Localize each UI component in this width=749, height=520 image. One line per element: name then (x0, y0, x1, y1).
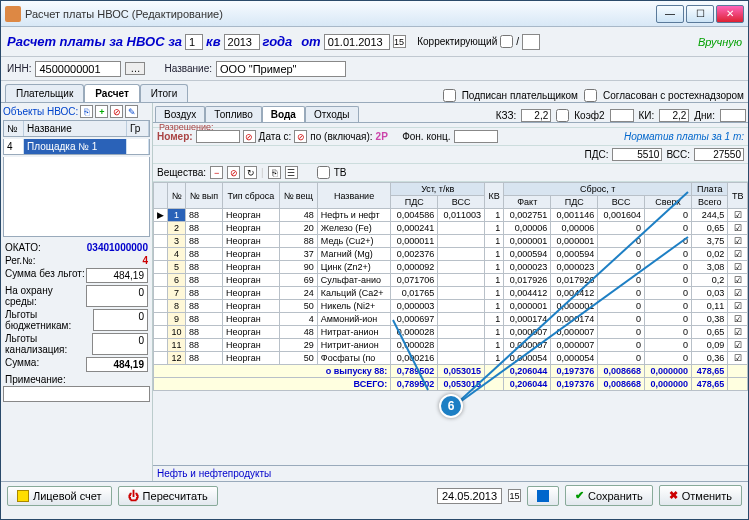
name-label: Название: (165, 63, 212, 74)
table-row[interactable]: 1188Неорган29Нитрит-анион0,00002810,0000… (154, 339, 748, 352)
subst-minus-icon[interactable]: − (210, 166, 223, 179)
app-icon (5, 6, 21, 22)
edit-icon[interactable]: ✎ (125, 105, 138, 118)
correcting-label: Корректирующий (417, 36, 497, 47)
tab-calculation[interactable]: Расчет (84, 84, 140, 102)
sum-ohrana: 0 (86, 285, 148, 307)
permit-datefrom-icon[interactable]: ⊘ (294, 130, 307, 143)
table-row[interactable]: 688Неорган69Сульфат-анио0,07170610,01792… (154, 274, 748, 287)
koef2-checkbox[interactable] (556, 109, 569, 122)
objects-header: № Название Гр (3, 120, 150, 137)
sum-nolgot: 484,19 (86, 268, 148, 283)
cross-icon: ✖ (669, 489, 678, 502)
callout-badge: 6 (439, 394, 463, 418)
object-row[interactable]: 4 Площадка № 1 (3, 139, 150, 155)
table-row[interactable]: 988Неорган4Аммоний-ион0,00069710,0001740… (154, 313, 748, 326)
objects-label: Объекты НВОС: (3, 106, 78, 117)
kzz-input[interactable] (521, 109, 551, 122)
table-row[interactable]: 788Неорган24Кальций (Ca2+0,0176510,00441… (154, 287, 748, 300)
objects-empty-area (3, 157, 150, 237)
norm-label: Норматив платы за 1 т: (624, 131, 744, 142)
table-row[interactable]: 288Неорган20Железо (Fe)0,00024110,000060… (154, 222, 748, 235)
inn-lookup-button[interactable]: … (125, 62, 145, 75)
year-label: года (263, 34, 293, 49)
table-row[interactable]: 588Неорган90Цинк (Zn2+)0,00009210,000023… (154, 261, 748, 274)
subtab-air[interactable]: Воздух (155, 106, 205, 122)
status-mode: Вручную (698, 36, 742, 48)
subst-refresh-icon[interactable]: ↻ (244, 166, 257, 179)
maximize-button[interactable]: ☐ (686, 5, 714, 23)
regnum-value: 4 (142, 255, 148, 266)
object-name: Площадка № 1 (24, 139, 127, 154)
table-row[interactable]: 1288Неорган50Фосфаты (по0,00021610,00005… (154, 352, 748, 365)
year-input[interactable] (224, 34, 260, 50)
tab-totals[interactable]: Итоги (140, 84, 188, 102)
subst-list-icon[interactable]: ☰ (285, 166, 298, 179)
agreed-checkbox[interactable] (584, 89, 597, 102)
correcting-num-input[interactable] (522, 34, 540, 50)
permit-code: 2Р (376, 131, 388, 142)
warning-icon (17, 490, 29, 502)
table-row[interactable]: 488Неорган37Магний (Mg)0,00237610,000594… (154, 248, 748, 261)
grid-footer-caption: Нефть и нефтепродукты (153, 465, 748, 481)
table-row[interactable]: 1088Неорган48Нитрат-анион0,00002810,0000… (154, 326, 748, 339)
page-title-prefix: Расчет платы за НВОС за (7, 34, 182, 49)
cancel-button[interactable]: ✖Отменить (659, 485, 742, 506)
pds-norm-value: 5510 (612, 148, 662, 161)
dni-input[interactable] (720, 109, 746, 122)
close-button[interactable]: ✕ (716, 5, 744, 23)
date-from-input[interactable] (324, 34, 390, 50)
permit-number-label: Номер: (157, 131, 193, 142)
signed-label: Подписан плательщиком (462, 90, 578, 101)
table-row[interactable]: ▶188Неорган48Нефть и нефт0,0045860,01100… (154, 209, 748, 222)
table-row[interactable]: 888Неорган50Никель (Ni2+0,00000310,00000… (154, 300, 748, 313)
permit-block-icon[interactable]: ⊘ (243, 130, 256, 143)
substances-label: Вещества: (157, 167, 206, 178)
check-icon: ✔ (575, 489, 584, 502)
kv-label: кв (206, 34, 220, 49)
correcting-checkbox[interactable] (500, 35, 513, 48)
fon-label: Фон. конц. (402, 131, 450, 142)
power-icon: ⏻ (128, 490, 139, 502)
recalc-button[interactable]: ⏻Пересчитать (118, 486, 218, 506)
footer-calendar-icon[interactable]: 15 (508, 489, 521, 502)
add-icon[interactable]: + (95, 105, 108, 118)
disk-icon (537, 490, 549, 502)
inn-input[interactable] (35, 61, 121, 77)
signed-checkbox[interactable] (443, 89, 456, 102)
koef2-input[interactable] (610, 109, 634, 122)
save-button[interactable]: ✔Сохранить (565, 485, 653, 506)
name-input[interactable] (216, 61, 346, 77)
tv-checkbox[interactable] (317, 166, 330, 179)
account-button[interactable]: Лицевой счет (7, 486, 112, 506)
from-label: от (301, 34, 321, 49)
save-disk-button[interactable] (527, 486, 559, 506)
footer-date[interactable]: 24.05.2013 (437, 488, 502, 504)
window-title: Расчет платы НВОС (Редактирование) (25, 8, 656, 20)
vss-norm-value: 27550 (694, 148, 744, 161)
inn-label: ИНН: (7, 63, 31, 74)
calendar-icon[interactable]: 15 (393, 35, 406, 48)
sum-kanal: 0 (92, 333, 148, 355)
titlebar[interactable]: Расчет платы НВОС (Редактирование) — ☐ ✕ (1, 1, 748, 27)
subst-copy-icon[interactable]: ⎘ (268, 166, 281, 179)
okato-value: 03401000000 (87, 242, 148, 253)
agreed-label: Согласован с ростехнадзором (603, 90, 744, 101)
substances-grid[interactable]: № № вып Тип сброса № вещ Название Уст, т… (153, 182, 748, 465)
table-row[interactable]: 388Неорган88Медь (Cu2+)0,00001110,000001… (154, 235, 748, 248)
subtab-fuel[interactable]: Топливо (205, 106, 262, 122)
note-input[interactable] (3, 386, 150, 402)
subtab-waste[interactable]: Отходы (305, 106, 359, 122)
tab-payer[interactable]: Плательщик (5, 84, 84, 102)
subtab-water[interactable]: Вода (262, 106, 305, 122)
permit-header: Разрешение: (159, 122, 213, 132)
sum-budj: 0 (93, 309, 148, 331)
copy-icon[interactable]: ⎘ (80, 105, 93, 118)
ki-input[interactable] (659, 109, 689, 122)
block-icon[interactable]: ⊘ (110, 105, 123, 118)
minimize-button[interactable]: — (656, 5, 684, 23)
sum-total: 484,19 (86, 357, 148, 372)
subst-block-icon[interactable]: ⊘ (227, 166, 240, 179)
quarter-input[interactable] (185, 34, 203, 50)
fon-input[interactable] (454, 130, 498, 143)
